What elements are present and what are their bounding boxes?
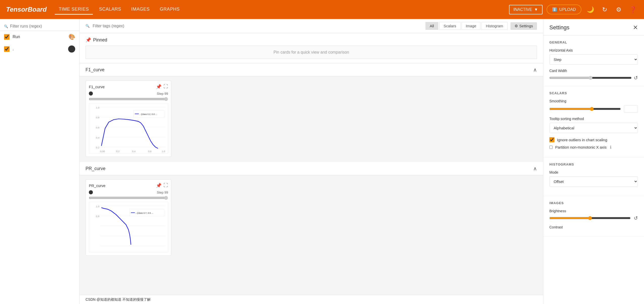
card-width-reset-icon[interactable]: ↺ [634,75,638,81]
pr-expand-icon[interactable]: ⛶ [164,183,168,188]
pr-curve-section: PR_curve ∧ PR_curve 📌 ⛶ [79,162,543,260]
f1-expand-icon[interactable]: ⛶ [164,84,168,89]
brightness-row: ↺ [549,215,638,221]
settings-panel: Settings ✕ GENERAL Horizontal Axis Step … [543,19,644,304]
pr-chart-meta: Step 99 [89,190,168,194]
nav-images[interactable]: IMAGES [127,5,154,15]
partition-label: Partition non-monotonic X axis [555,145,606,149]
theme-icon-button[interactable]: 🌙 [585,5,596,15]
f1-chart-meta: Step 99 [89,91,168,96]
pr-card-title: PR_curve [89,183,105,188]
svg-text:1.0: 1.0 [96,106,99,109]
pr-card-header: PR_curve 📌 ⛶ [89,183,168,188]
refresh-icon: ↻ [602,6,607,13]
images-section-label: IMAGES [549,201,638,205]
f1-step: Step 99 [157,92,168,96]
settings-scalars: SCALARS Smoothing 0.6 Tooltip sorting me… [543,86,644,157]
gear-icon: ⚙ [616,6,622,13]
run-label-1: . [13,47,65,51]
settings-close-button[interactable]: ✕ [633,24,638,31]
pr-section-header[interactable]: PR_curve ∧ [79,162,543,175]
content-scroll[interactable]: 📌 Pinned Pin cards for a quick view and … [79,33,543,304]
filter-tab-image[interactable]: Image [462,22,481,30]
brightness-slider[interactable] [549,216,631,220]
svg-text:0.4: 0.4 [132,150,136,153]
pr-pin-icon[interactable]: 📌 [156,183,162,188]
brightness-label: Brightness [549,209,638,213]
pinned-header: 📌 Pinned [86,37,537,43]
f1-section-title: F1_curve [86,67,104,73]
smoothing-slider[interactable] [549,107,621,111]
f1-card-header: F1_curve 📌 ⛶ [89,84,168,89]
ignore-outliers-checkbox[interactable] [549,137,554,142]
histogram-mode-select[interactable]: Offset Overlay [549,176,638,187]
brightness-reset-icon[interactable]: ↺ [634,215,638,221]
smoothing-row: 0.6 [549,105,638,113]
f1-section-header[interactable]: F1_curve ∧ [79,63,543,77]
settings-panel-button[interactable]: ⚙ Settings [511,22,537,30]
card-width-label: Card Width [549,69,638,73]
nav-graphs[interactable]: GRAPHS [156,5,184,15]
upload-icon: ℹ️ [552,7,557,12]
svg-text:0.6: 0.6 [96,126,99,129]
pr-charts-grid: PR_curve 📌 ⛶ Step 99 [79,175,543,260]
settings-icon-button[interactable]: ⚙ [614,5,624,15]
card-width-slider[interactable] [549,76,632,80]
filter-tabs: All Scalars Image Histogram [425,22,507,30]
settings-general: GENERAL Horizontal Axis Step Relative Wa… [543,35,644,86]
f1-dot [89,91,93,96]
pr-chart-plot: 1.0 0.8 [89,202,168,252]
filter-tab-scalars[interactable]: Scalars [439,22,461,30]
settings-histograms: HISTOGRAMS Mode Offset Overlay [543,157,644,196]
run-color-dot-0[interactable]: 🎨 [68,33,75,40]
filter-tab-all[interactable]: All [425,22,438,30]
run-checkbox-0[interactable] [4,34,10,40]
help-button[interactable]: ❓ [628,5,638,15]
f1-charts-grid: F1_curve 📌 ⛶ Step 99 [79,77,543,161]
svg-text:1.0: 1.0 [96,205,99,208]
f1-chart-slider[interactable] [89,97,168,101]
filter-bar: 🔍 All Scalars Image Histogram ⚙ Settings [79,19,543,33]
card-width-row: ↺ [549,75,638,81]
filter-search-icon: 🔍 [86,24,90,28]
horizontal-axis-select[interactable]: Step Relative Wall [549,54,638,65]
settings-images: IMAGES Brightness ↺ Contrast [543,196,644,237]
pr-card-icons: 📌 ⛶ [156,183,168,188]
pin-icon: 📌 [86,37,91,43]
contrast-label: Contrast [549,225,638,229]
upload-button[interactable]: ℹ️ UPLOAD [547,5,581,14]
svg-text:1.0: 1.0 [162,150,165,153]
svg-text:. (class 0.7, 0.5 ...: . (class 0.7, 0.5 ... [136,212,153,214]
f1-section-toggle: ∧ [533,67,537,73]
svg-text:0.2: 0.2 [116,150,120,153]
pr-step: Step 99 [157,191,168,194]
svg-text:. (class 0.2, 0.0 ...: . (class 0.2, 0.0 ... [140,113,157,115]
tooltip-sort-label: Tooltip sorting method [549,117,638,121]
f1-pin-icon[interactable]: 📌 [156,84,162,89]
refresh-button[interactable]: ↻ [600,5,610,15]
partition-info-icon[interactable]: ℹ [610,145,611,150]
sidebar-search-container: 🔍 [0,22,79,31]
smoothing-value-input[interactable]: 0.6 [624,105,638,113]
nav-time-series[interactable]: TIME SERIES [55,5,93,15]
f1-chart-plot: 1.0 0.8 0.6 0.4 0.2 [89,103,168,154]
svg-text:0.4: 0.4 [96,136,99,139]
main-layout: 🔍 Run 🎨 . 🔍 All Scalars Image Histogram [0,19,644,304]
tooltip-sort-select[interactable]: Alphabetical Ascending Descending [549,123,638,133]
nav-scalars[interactable]: SCALARS [95,5,125,15]
runs-search-input[interactable] [10,24,75,29]
general-section-label: GENERAL [549,40,638,44]
run-checkbox-1[interactable] [4,46,10,52]
filter-tab-histogram[interactable]: Histogram [481,22,507,30]
partition-checkbox[interactable] [549,146,553,149]
pr-chart-slider[interactable] [89,196,168,200]
run-color-dot-1[interactable] [68,45,75,53]
tags-filter-input[interactable] [93,24,422,28]
svg-text:0.6: 0.6 [148,150,152,153]
inactive-dropdown[interactable]: INACTIVE ▼ [509,5,543,14]
f1-chart-card: F1_curve 📌 ⛶ Step 99 [86,81,171,157]
pr-dot [89,190,93,194]
run-item-0: Run 🎨 [0,31,79,43]
search-icon: 🔍 [4,25,8,28]
svg-text:0.2: 0.2 [96,146,99,149]
